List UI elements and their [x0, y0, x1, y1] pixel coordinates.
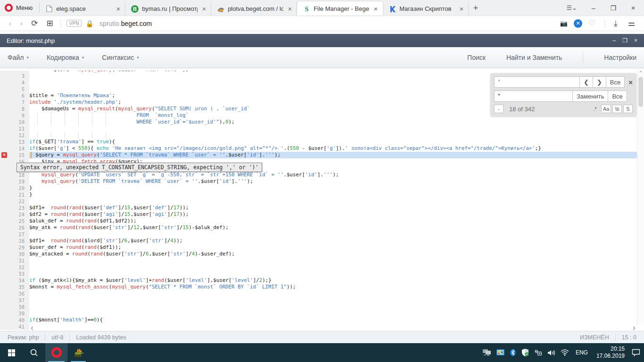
code-text[interactable]: [29, 304, 644, 310]
code-line-36[interactable]: 36: [0, 290, 644, 297]
menu-file[interactable]: Файл▾: [8, 54, 29, 61]
code-line-38[interactable]: 38: [0, 304, 644, 310]
tab-close-icon[interactable]: ×: [372, 5, 379, 13]
scroll-left-icon[interactable]: ❮: [31, 325, 33, 330]
editor-restore-icon[interactable]: ❐: [622, 37, 627, 44]
code-line-32[interactable]: 32: [0, 264, 644, 271]
code-text[interactable]: $query = mysql_query('SELECT * FROM `tra…: [29, 152, 644, 158]
code-line-20[interactable]: 20}: [0, 185, 644, 191]
menu-syntax[interactable]: Синтаксис▾: [102, 54, 139, 61]
language-indicator[interactable]: ENG: [574, 349, 589, 356]
taskbar-opera-button[interactable]: [45, 343, 68, 362]
code-text[interactable]: [29, 297, 644, 304]
code-text[interactable]: [29, 264, 644, 271]
tab-close-icon[interactable]: ×: [201, 5, 207, 13]
url-field[interactable]: sprutio.beget.com: [99, 20, 556, 27]
vertical-scrollbar[interactable]: ⌃: [637, 68, 644, 325]
code-text[interactable]: [29, 271, 644, 277]
vpn-badge[interactable]: VPN: [66, 20, 82, 27]
opera-menu-button[interactable]: Меню: [0, 3, 40, 13]
back-icon[interactable]: ‹: [5, 19, 16, 28]
tab-script-shop[interactable]: Магазин Скриптов ×: [383, 2, 469, 16]
scroll-right-icon[interactable]: ❯: [633, 325, 636, 330]
adblock-shield-icon[interactable]: ✕: [574, 19, 582, 28]
code-text[interactable]: if($_GET['travma'] == true){: [29, 139, 644, 145]
s-option-button[interactable]: S: [623, 105, 633, 113]
taskbar-search-button[interactable]: [23, 343, 45, 362]
code-text[interactable]: $aluk_def = round(rand($df1,$df2));: [29, 218, 644, 224]
code-line-29[interactable]: 29$user_def = round(rand($df1));: [0, 244, 644, 251]
code-line-39[interactable]: 39: [0, 310, 644, 317]
code-line-24[interactable]: 24$df2 = round(rand($user['agi']/15,$use…: [0, 211, 644, 218]
find-all-button[interactable]: Все: [606, 76, 625, 88]
scroll-up-icon[interactable]: ⌃: [637, 68, 644, 75]
code-text[interactable]: [29, 257, 644, 264]
code-editor-area[interactable]: $lord = mysql_query("SELECT * FROM `lord…: [0, 68, 644, 331]
code-text[interactable]: mysql_query('UPDATE `users` SET `g` = `g…: [29, 172, 644, 178]
case-option-button[interactable]: Aa: [601, 105, 611, 113]
code-line-11[interactable]: 11: [0, 125, 644, 132]
find-input[interactable]: [494, 76, 580, 88]
code-line-25[interactable]: 25$aluk_def = round(rand($df1,$df2));: [0, 218, 644, 224]
code-line-33[interactable]: 33: [0, 271, 644, 277]
menu-search[interactable]: Поиск: [467, 54, 486, 61]
code-line-23[interactable]: 23$df1= round(rand($user['def']/15,$user…: [0, 205, 644, 211]
code-line-31[interactable]: 31: [0, 257, 644, 264]
code-line-14[interactable]: 14if($user['g'] < 550){ echo 'Не хватает…: [0, 145, 644, 152]
downloads-icon[interactable]: ⤓: [610, 19, 622, 28]
code-text[interactable]: [29, 231, 644, 238]
code-line-12[interactable]: 12: [0, 132, 644, 139]
code-text[interactable]: WHERE `user_id`='$user_id'"),0);: [29, 119, 644, 125]
reload-icon[interactable]: ⟳: [27, 18, 42, 28]
menu-settings[interactable]: Настройки: [604, 54, 636, 61]
new-tab-button[interactable]: +: [469, 0, 483, 16]
horizontal-scrollbar[interactable]: ❮ ❯: [29, 325, 637, 331]
code-line-40[interactable]: 40if($monst['health']==0){: [0, 317, 644, 323]
tab-menu-icon[interactable]: ☰⌄: [561, 4, 582, 11]
code-line-30[interactable]: 30$my_atacked = round(rand($user['str']/…: [0, 251, 644, 257]
code-text[interactable]: $my_atacked = round(rand($user['str']/6,…: [29, 251, 644, 257]
replace-button[interactable]: Заменить: [573, 90, 608, 102]
code-text[interactable]: [29, 125, 644, 132]
code-text[interactable]: $df1= round(rand($lord['str']/6,$user['s…: [29, 238, 644, 244]
speed-dial-icon[interactable]: ⊞: [42, 18, 58, 28]
menu-encoding[interactable]: Кодировка▾: [47, 54, 84, 61]
editor-minimize-icon[interactable]: –: [613, 37, 616, 44]
window-minimize-button[interactable]: –: [586, 1, 602, 15]
code-line-35[interactable]: 35$monst = mysql_fetch_assoc(mysql_query…: [0, 284, 644, 290]
regex-option-button[interactable]: .*: [590, 105, 600, 113]
code-text[interactable]: $my_atk = round(rand($user['str']/12,$us…: [29, 224, 644, 231]
code-line-15[interactable]: ✕15 $query = mysql_query('SELECT * FROM …: [0, 152, 644, 158]
defender-shield-icon[interactable]: [521, 343, 529, 362]
window-restore-button[interactable]: ❐: [605, 1, 621, 15]
bluetooth-icon[interactable]: [510, 343, 516, 362]
code-line-18[interactable]: 18 mysql_query('UPDATE `users` SET `g` =…: [0, 172, 644, 178]
code-line-21[interactable]: 21}: [0, 191, 644, 198]
find-prev-button[interactable]: ❮: [580, 76, 593, 88]
wifi-icon[interactable]: [561, 343, 569, 362]
code-text[interactable]: [29, 198, 644, 205]
replace-all-button[interactable]: Все: [608, 90, 627, 102]
tab-bymas[interactable]: B bymas.ru | Просмотр архи ×: [125, 2, 211, 16]
find-next-button[interactable]: ❯: [593, 76, 606, 88]
code-line-19[interactable]: 19 mysql_query('DELETE FROM `travma` WHE…: [0, 178, 644, 185]
editor-title-bar[interactable]: Editor: monst.php – ❐ ×: [0, 34, 644, 47]
power-plug-icon[interactable]: [534, 343, 542, 362]
code-text[interactable]: [29, 132, 644, 139]
code-line-26[interactable]: 26$my_atk = round(rand($user['str']/12,$…: [0, 224, 644, 231]
easy-setup-icon[interactable]: ⚌: [624, 18, 639, 28]
code-line-10[interactable]: 10 WHERE `user_id`='$user_id'"),0);: [0, 119, 644, 125]
code-text[interactable]: $monst = mysql_fetch_assoc(mysql_query("…: [29, 284, 644, 290]
code-text[interactable]: $user_def = round(rand($df1));: [29, 244, 644, 251]
code-text[interactable]: mysql_query('DELETE FROM `travma` WHERE …: [29, 178, 644, 185]
replace-input[interactable]: [494, 90, 573, 102]
code-line-37[interactable]: 37: [0, 297, 644, 304]
volume-icon[interactable]: [547, 343, 555, 362]
snapshot-camera-icon[interactable]: 📷: [556, 20, 572, 27]
collapse-panel-button[interactable]: -: [494, 105, 504, 113]
error-marker-icon[interactable]: ✕: [1, 152, 7, 158]
taskbar-game-button[interactable]: [68, 343, 89, 362]
code-text[interactable]: $df1= round(rand($user['def']/15,$user['…: [29, 205, 644, 211]
word-option-button[interactable]: \b: [612, 105, 622, 113]
code-text[interactable]: }: [29, 191, 644, 198]
